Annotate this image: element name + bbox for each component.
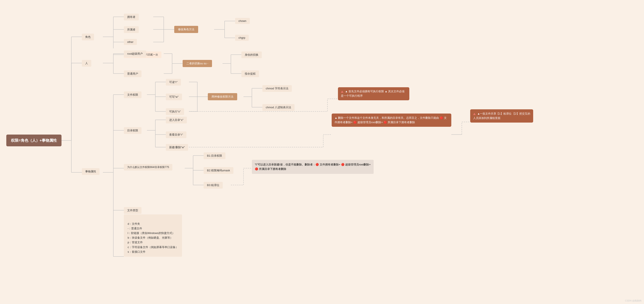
node-jiaose: 角色: [82, 34, 94, 40]
node-switch: 二者的切换su su -: [182, 60, 212, 67]
watermark: CSDN @跑跑狗: [625, 299, 642, 302]
share-note-text: ▲一批文件共享【1】粘滞位 【2】把交互的人员添加到所属组里面: [473, 112, 530, 120]
node-shiwu: 事物属性: [82, 168, 100, 175]
node-create-del: 新建/删除"w": [166, 144, 188, 151]
node-other: other: [124, 39, 137, 45]
node-chgrp: chgrp: [235, 35, 249, 41]
node-root-user: root超级用户: [124, 50, 146, 57]
node-view-dir: 查看目录"r": [166, 131, 186, 138]
mind-map: 权限=角色（人）+事物属性 角色 人 事物属性 拥有者 所属者 other 🐷：…: [0, 0, 644, 304]
node-privilege: 指令提权: [242, 70, 259, 77]
node-readable: 可读"r": [166, 79, 181, 86]
node-file-types-content: d：文件夹 -：普通文件 l：软链接（类似Windows的快捷方式） b：块设备…: [124, 214, 182, 257]
node-two-methods: 两种修改权限方法: [208, 93, 237, 100]
node-file-perm: 文件权限: [124, 91, 142, 98]
exec-note-text: ▲ 首先文件必须拥有可执行权限 ▲ 其次文件必须是一个可执行程序: [341, 90, 404, 97]
node-normal-user: 普通用户: [124, 70, 142, 77]
node-b2: B2:权限掩码umask: [204, 167, 234, 174]
triangle-icon-2: [473, 113, 476, 115]
node-exec-note: ▲ 首先文件必须拥有可执行权限 ▲ 其次文件必须是一个可执行程序: [338, 87, 409, 100]
node-modify-role: 修改角色方法: [174, 26, 198, 33]
node-default-perm: 为什么默认文件权限664/目录权限775: [124, 164, 172, 171]
root-node: 权限=角色（人）+事物属性: [6, 134, 62, 146]
node-yongyouzhe: 拥有者: [124, 14, 139, 20]
node-identity-switch: 身份的切换: [242, 52, 262, 58]
delete-note-text: ▲ 删除一个文件和这个文件本身无关，和所属的目录有关。总而言之，文件删除只能由 …: [334, 116, 447, 124]
node-share-note: ▲一批文件共享【1】粘滞位 【2】把交互的人员添加到所属组里面: [470, 109, 533, 122]
node-dir-perm: 目录权限: [124, 127, 142, 134]
sticky-note-text: "t"可以进入目录新建/读，但是不能删除。删除者：🔴 文件拥有者删除+ 🔴 超级…: [255, 163, 371, 171]
node-enter-dir: 进入目录"x": [166, 117, 187, 123]
node-sticky-note: "t"可以进入目录新建/读，但是不能删除。删除者：🔴 文件拥有者删除+ 🔴 超级…: [252, 160, 374, 174]
node-writable: 可写"w": [166, 94, 182, 100]
node-chmod-oct: chmod 八进制表示法: [262, 104, 294, 111]
triangle-icon-1: [341, 91, 344, 93]
node-suoshuzhe: 所属者: [124, 26, 139, 33]
node-file-type: 文件类型: [124, 207, 142, 214]
node-ren: 人: [82, 60, 91, 67]
connector-lines: [0, 0, 644, 304]
node-b3: B3:粘滞位: [204, 182, 223, 189]
node-chmod-char: chmod 字符表示法: [262, 85, 292, 92]
node-delete-note: ▲ 删除一个文件和这个文件本身无关，和所属的目录有关。总而言之，文件删除只能由 …: [332, 113, 451, 127]
node-executable: 可执行"x": [166, 108, 184, 115]
node-b1: B1:目录权限: [204, 153, 226, 159]
node-chown: chown: [235, 18, 250, 24]
